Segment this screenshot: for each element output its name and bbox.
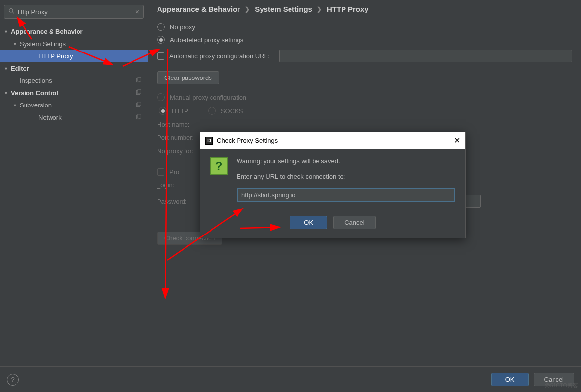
tree-item-label: Inspections	[20, 77, 52, 84]
dialog-title-text: Check Proxy Settings	[217, 137, 278, 144]
tree-item-http-proxy[interactable]: HTTP Proxy	[0, 50, 148, 62]
radio-icon	[157, 23, 165, 31]
close-icon[interactable]: ✕	[454, 136, 460, 145]
breadcrumb-item: HTTP Proxy	[327, 5, 369, 13]
tree-item-label: System Settings	[20, 40, 66, 48]
tree-item-inspections[interactable]: Inspections	[0, 75, 148, 87]
breadcrumb: Appearance & Behavior ❯ System Settings …	[157, 5, 572, 13]
svg-rect-9	[138, 114, 141, 118]
search-clear-icon[interactable]: ×	[135, 8, 139, 16]
tree-item-label: Subversion	[20, 102, 52, 109]
auto-url-row: Automatic proxy configuration URL:	[157, 50, 572, 62]
search-box[interactable]: ×	[4, 5, 144, 19]
breadcrumb-item: System Settings	[255, 5, 312, 13]
radio-label: Auto-detect proxy settings	[170, 36, 243, 44]
checkbox-icon[interactable]	[157, 52, 164, 60]
breadcrumb-item: Appearance & Behavior	[157, 5, 240, 13]
dialog-cancel-button[interactable]: Cancel	[333, 216, 375, 229]
search-input[interactable]	[18, 8, 135, 16]
tree-item-label: HTTP Proxy	[38, 52, 73, 60]
svg-rect-7	[138, 102, 141, 105]
tree-item-label: Editor	[11, 65, 29, 72]
checkbox-label: Automatic proxy configuration URL:	[169, 52, 269, 60]
auto-detect-option[interactable]: Auto-detect proxy settings	[157, 36, 572, 44]
svg-line-1	[12, 12, 14, 13]
search-icon	[8, 8, 15, 16]
help-button[interactable]: ?	[7, 374, 19, 386]
dialog-warning: Warning: your settings will be saved.	[237, 157, 455, 165]
manual-proxy-option[interactable]: Manual proxy configuration	[157, 93, 572, 101]
auto-url-input[interactable]	[279, 50, 572, 62]
checkbox-icon	[157, 168, 164, 176]
settings-tree: ▼Appearance & Behavior▼System SettingsHT…	[0, 24, 148, 361]
tree-item-network[interactable]: Network	[0, 111, 148, 124]
host-label: Host name:	[157, 121, 211, 128]
radio-icon	[208, 107, 216, 115]
proxy-auth-label: Pro	[169, 168, 179, 176]
tree-item-subversion[interactable]: ▼Subversion	[0, 99, 148, 111]
radio-label: Manual proxy configuration	[170, 94, 246, 101]
tree-item-label: Appearance & Behavior	[11, 28, 83, 35]
chevron-down-icon: ▼	[4, 66, 8, 71]
dialog-ok-button[interactable]: OK	[290, 216, 327, 229]
sidebar: × ▼Appearance & Behavior▼System Settings…	[0, 0, 148, 361]
copy-icon	[135, 77, 142, 85]
tree-item-version-control[interactable]: ▼Version Control	[0, 87, 148, 99]
tree-item-label: Version Control	[11, 89, 58, 97]
radio-label: No proxy	[170, 24, 195, 31]
http-label: HTTP	[172, 107, 188, 115]
ok-button[interactable]: OK	[491, 373, 529, 386]
socks-label: SOCKS	[221, 107, 243, 115]
chevron-down-icon: ▼	[4, 29, 8, 34]
chevron-down-icon: ▼	[13, 42, 17, 47]
copy-icon	[135, 102, 142, 109]
radio-icon	[157, 93, 165, 101]
copy-icon	[135, 114, 142, 122]
tree-item-label: Network	[38, 114, 62, 121]
app-icon: IJ	[205, 137, 213, 145]
protocol-row: HTTP SOCKS	[157, 107, 572, 115]
tree-item-editor[interactable]: ▼Editor	[0, 62, 148, 75]
dialog-footer: ? OK Cancel	[0, 366, 581, 392]
svg-rect-5	[138, 89, 141, 93]
dialog-titlebar[interactable]: IJ Check Proxy Settings ✕	[200, 132, 465, 149]
check-proxy-dialog: IJ Check Proxy Settings ✕ ? Warning: you…	[200, 132, 466, 238]
dialog-prompt: Enter any URL to check connection to:	[237, 173, 455, 180]
url-input[interactable]	[237, 188, 455, 202]
copy-icon	[135, 89, 142, 97]
radio-icon	[157, 36, 165, 44]
clear-passwords-button[interactable]: Clear passwords	[157, 71, 219, 84]
radio-icon	[159, 107, 167, 115]
chevron-down-icon: ▼	[13, 103, 17, 108]
svg-point-0	[9, 9, 13, 12]
chevron-right-icon: ❯	[245, 6, 250, 13]
chevron-down-icon: ▼	[4, 91, 8, 96]
question-icon: ?	[210, 157, 228, 175]
chevron-right-icon: ❯	[317, 6, 322, 13]
watermark: @51CTO博客	[545, 382, 578, 389]
svg-rect-3	[138, 77, 141, 81]
tree-item-appearance-behavior[interactable]: ▼Appearance & Behavior	[0, 26, 148, 38]
no-proxy-option[interactable]: No proxy	[157, 23, 572, 31]
tree-item-system-settings[interactable]: ▼System Settings	[0, 38, 148, 50]
